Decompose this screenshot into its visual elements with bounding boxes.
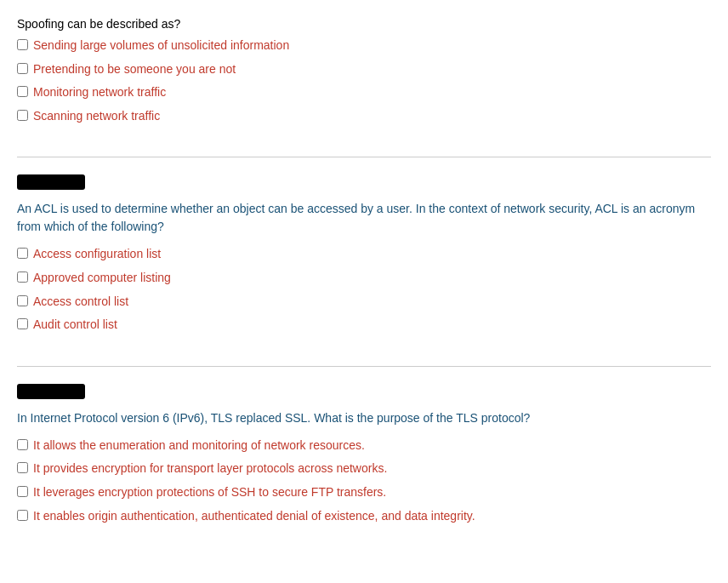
question-3-checkbox-2[interactable] (17, 462, 28, 473)
question-2-checkbox-1[interactable] (17, 248, 28, 259)
question-2-option-1[interactable]: Access configuration list (17, 246, 711, 263)
divider-2 (17, 366, 711, 367)
question-1-label-3: Monitoring network traffic (33, 84, 166, 101)
question-2-block: An ACL is used to determine whether an o… (17, 166, 711, 357)
question-2-body: An ACL is used to determine whether an o… (17, 200, 711, 236)
question-2-label-3: Access control list (33, 294, 128, 311)
question-3-option-2[interactable]: It provides encryption for transport lay… (17, 460, 711, 477)
question-1-checkbox-2[interactable] (17, 63, 28, 74)
question-3-label-2: It provides encryption for transport lay… (33, 460, 387, 477)
question-1-label-2: Pretending to be someone you are not (33, 61, 236, 78)
redacted-image-2 (17, 384, 85, 399)
question-3-option-3[interactable]: It leverages encryption protections of S… (17, 484, 711, 501)
question-3-checkbox-4[interactable] (17, 510, 28, 521)
question-1-label-1: Sending large volumes of unsolicited inf… (33, 37, 289, 54)
divider-1 (17, 157, 711, 157)
question-1-option-1[interactable]: Sending large volumes of unsolicited inf… (17, 37, 711, 54)
question-1-option-2[interactable]: Pretending to be someone you are not (17, 61, 711, 78)
question-2-label-2: Approved computer listing (33, 270, 171, 287)
question-2-label-4: Audit control list (33, 317, 117, 334)
question-1-block: Spoofing can be described as? Sending la… (17, 9, 711, 148)
question-1-checkbox-1[interactable] (17, 39, 28, 50)
question-2-option-3[interactable]: Access control list (17, 294, 711, 311)
question-3-option-4[interactable]: It enables origin authentication, authen… (17, 508, 711, 525)
question-3-checkbox-3[interactable] (17, 486, 28, 497)
question-2-option-2[interactable]: Approved computer listing (17, 270, 711, 287)
question-2-label-1: Access configuration list (33, 246, 161, 263)
question-2-option-4[interactable]: Audit control list (17, 317, 711, 334)
question-3-option-1[interactable]: It allows the enumeration and monitoring… (17, 437, 711, 454)
question-1-option-3[interactable]: Monitoring network traffic (17, 84, 711, 101)
question-2-checkbox-2[interactable] (17, 271, 28, 283)
question-3-label-3: It leverages encryption protections of S… (33, 484, 386, 501)
question-2-checkbox-3[interactable] (17, 295, 28, 306)
question-3-checkbox-1[interactable] (17, 439, 28, 450)
redacted-image-1 (17, 174, 85, 190)
question-3-block: In Internet Protocol version 6 (IPv6), T… (17, 375, 711, 548)
question-1-title: Spoofing can be described as? (17, 17, 711, 31)
question-1-checkbox-4[interactable] (17, 110, 28, 121)
question-2-checkbox-4[interactable] (17, 318, 28, 329)
question-3-label-1: It allows the enumeration and monitoring… (33, 437, 365, 454)
question-3-label-4: It enables origin authentication, authen… (33, 508, 475, 525)
question-3-body: In Internet Protocol version 6 (IPv6), T… (17, 409, 711, 427)
question-1-label-4: Scanning network traffic (33, 108, 160, 125)
question-1-checkbox-3[interactable] (17, 86, 28, 97)
question-1-option-4[interactable]: Scanning network traffic (17, 108, 711, 125)
